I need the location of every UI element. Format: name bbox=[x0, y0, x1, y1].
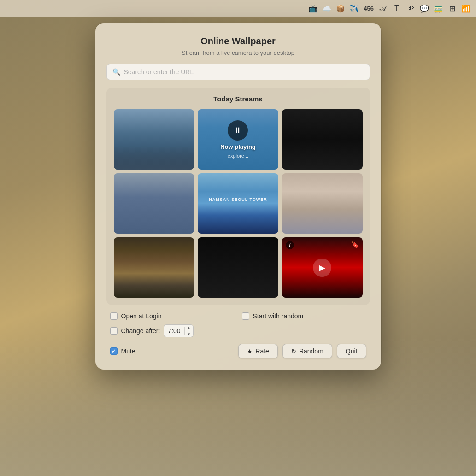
stream-thumb-7[interactable] bbox=[114, 237, 194, 298]
rate-button[interactable]: ★ Rate bbox=[238, 344, 278, 358]
stream-thumb-1[interactable] bbox=[114, 109, 194, 170]
main-popup: Online Wallpaper Stream from a live came… bbox=[95, 23, 381, 370]
start-with-random-label: Start with random bbox=[253, 312, 304, 320]
bookmark-icon: 🔖 bbox=[351, 241, 359, 248]
star-icon: ★ bbox=[247, 348, 253, 355]
airplane-icon[interactable]: ✈️ bbox=[350, 4, 359, 13]
stepper-buttons: ▲ ▼ bbox=[185, 324, 193, 337]
search-container: 🔍 bbox=[95, 64, 381, 88]
stream-thumb-6[interactable] bbox=[282, 173, 363, 234]
stream-thumb-2[interactable]: ⏸ Now playing explore... bbox=[198, 109, 278, 170]
open-at-login-option: Open at Login bbox=[110, 312, 235, 320]
streams-title: Today Streams bbox=[114, 95, 363, 103]
popup-subtitle: Stream from a live camera to your deskto… bbox=[105, 49, 372, 56]
popup-title: Online Wallpaper bbox=[105, 36, 372, 47]
eye-icon[interactable]: 👁 bbox=[406, 4, 415, 13]
open-at-login-label: Open at Login bbox=[121, 312, 162, 320]
namsan-label: NAMSAN SEOUL TOWER bbox=[209, 197, 267, 202]
stream-thumb-3[interactable] bbox=[282, 109, 363, 170]
change-after-group: Change after: 7:00 ▲ ▼ bbox=[110, 324, 194, 337]
now-playing-label: Now playing bbox=[220, 143, 256, 150]
dropbox-icon[interactable]: 📦 bbox=[336, 4, 345, 13]
buttons-row: ✓ Mute ★ Rate ↻ Random Quit bbox=[95, 337, 381, 358]
change-after-label: Change after: bbox=[121, 327, 160, 335]
mute-checkbox[interactable]: ✓ bbox=[110, 347, 118, 355]
streams-grid: ⏸ Now playing explore... NAMSAN SEOUL TO… bbox=[114, 109, 363, 298]
info-icon: i bbox=[286, 241, 294, 249]
popup-header: Online Wallpaper Stream from a live came… bbox=[95, 23, 381, 64]
refresh-icon: ↻ bbox=[291, 348, 296, 355]
stream-thumb-5[interactable]: NAMSAN SEOUL TOWER bbox=[198, 173, 278, 234]
stream-thumb-4[interactable] bbox=[114, 173, 194, 234]
video-player-icon[interactable]: 📺 bbox=[308, 4, 317, 13]
text-icon[interactable]: T bbox=[392, 4, 401, 13]
wifi-icon[interactable]: 📶 bbox=[461, 4, 470, 13]
mute-label: Mute bbox=[121, 347, 135, 355]
open-at-login-checkbox[interactable] bbox=[110, 312, 118, 320]
explore-label: explore... bbox=[228, 153, 248, 159]
change-after-checkbox[interactable] bbox=[110, 327, 118, 335]
stepper-down-button[interactable]: ▼ bbox=[185, 331, 193, 337]
train-icon[interactable]: 🚃 bbox=[434, 4, 443, 13]
random-button[interactable]: ↻ Random bbox=[282, 344, 332, 358]
random-label: Random bbox=[299, 347, 323, 355]
pause-icon: ⏸ bbox=[234, 126, 242, 135]
start-with-random-checkbox[interactable] bbox=[242, 312, 249, 320]
play-button[interactable]: ▶ bbox=[313, 259, 331, 277]
badge-count: 456 bbox=[364, 5, 374, 12]
mute-group: ✓ Mute bbox=[110, 347, 234, 355]
cloud-icon[interactable]: ☁️ bbox=[322, 4, 331, 13]
font-icon[interactable]: 𝒜 bbox=[378, 4, 388, 13]
time-value: 7:00 bbox=[164, 327, 184, 335]
time-input-box: 7:00 ▲ ▼ bbox=[164, 324, 193, 337]
search-input[interactable] bbox=[124, 68, 364, 76]
quit-label: Quit bbox=[346, 347, 358, 355]
chat-icon[interactable]: 💬 bbox=[420, 4, 429, 13]
streams-container: Today Streams ⏸ Now playing explore... N… bbox=[106, 88, 370, 305]
stream-thumb-9[interactable]: i 🔖 ▶ bbox=[282, 237, 363, 298]
search-icon: 🔍 bbox=[112, 68, 120, 76]
options-row-2: Change after: 7:00 ▲ ▼ bbox=[95, 320, 381, 337]
stepper-up-button[interactable]: ▲ bbox=[185, 324, 193, 331]
search-box[interactable]: 🔍 bbox=[106, 64, 370, 80]
rate-label: Rate bbox=[255, 347, 269, 355]
checkmark-icon: ✓ bbox=[112, 348, 116, 354]
grid-icon[interactable]: ⊞ bbox=[447, 4, 457, 13]
menubar: 📺 ☁️ 📦 ✈️ 456 𝒜 T 👁 💬 🚃 ⊞ 📶 bbox=[0, 0, 476, 17]
pause-button[interactable]: ⏸ bbox=[228, 120, 248, 141]
quit-button[interactable]: Quit bbox=[337, 344, 366, 358]
start-with-random-option: Start with random bbox=[242, 312, 366, 320]
stream-thumb-8[interactable] bbox=[198, 237, 278, 298]
options-row-1: Open at Login Start with random bbox=[95, 305, 381, 320]
